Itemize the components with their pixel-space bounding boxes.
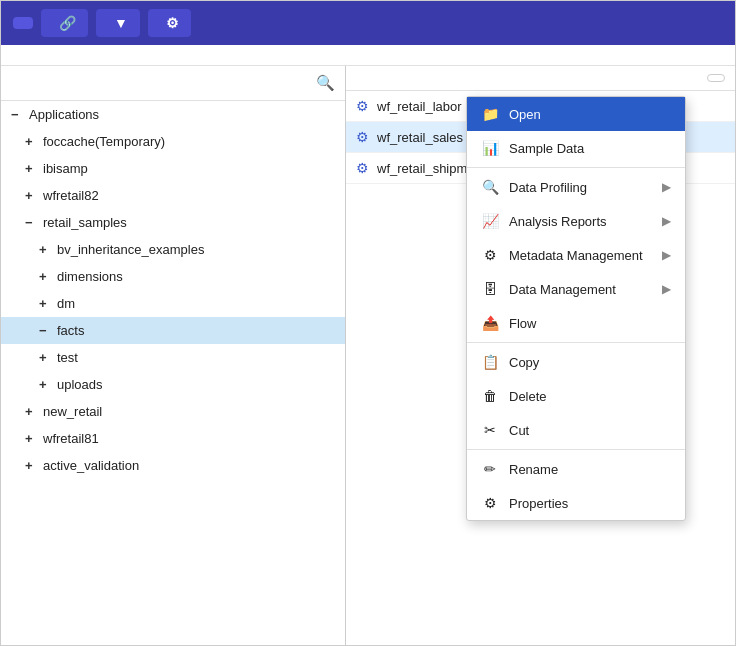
context-menu-item-flow[interactable]: 📤Flow <box>467 306 685 340</box>
context-menu-item-sample_data[interactable]: 📊Sample Data <box>467 131 685 165</box>
ctx-label: Sample Data <box>509 141 671 156</box>
breadcrumb <box>1 45 735 66</box>
ctx-label: Data Profiling <box>509 180 652 195</box>
tree-item-foccache[interactable]: +foccache(Temporary) <box>1 128 345 155</box>
tree-item-label: wfretail82 <box>43 188 99 203</box>
ctx-label: Open <box>509 107 671 122</box>
right-panel: ⚙wf_retail_labor⚙wf_retail_sales⚙wf_reta… <box>346 66 735 645</box>
analysis_reports-icon: 📈 <box>481 213 499 229</box>
data_profiling-icon: 🔍 <box>481 179 499 195</box>
context-menu-item-properties[interactable]: ⚙Properties <box>467 486 685 520</box>
content-area: 🔍 −Applications+foccache(Temporary)+ibis… <box>1 66 735 645</box>
submenu-arrow-icon: ▶ <box>662 282 671 296</box>
context-menu-item-rename[interactable]: ✏Rename <box>467 452 685 486</box>
data_management-icon: 🗄 <box>481 281 499 297</box>
tree-item-new_retail[interactable]: +new_retail <box>1 398 345 425</box>
toggle-icon: + <box>25 431 39 446</box>
tree-item-label: active_validation <box>43 458 139 473</box>
ctx-label: Delete <box>509 389 671 404</box>
sample_data-icon: 📊 <box>481 140 499 156</box>
toggle-icon: + <box>39 350 53 365</box>
context-menu-item-delete[interactable]: 🗑Delete <box>467 379 685 413</box>
file-icon: ⚙ <box>356 160 369 176</box>
search-bar: 🔍 <box>1 66 345 101</box>
ctx-label: Flow <box>509 316 671 331</box>
tree-item-label: retail_samples <box>43 215 127 230</box>
context-menu: 📁Open📊Sample Data🔍Data Profiling▶📈Analys… <box>466 96 686 521</box>
file-icon: ⚙ <box>356 98 369 114</box>
toggle-icon: − <box>25 215 39 230</box>
file-name: wf_retail_sales <box>377 130 463 145</box>
ctx-label: Analysis Reports <box>509 214 652 229</box>
tree-item-label: Applications <box>29 107 99 122</box>
more-options-button[interactable] <box>707 74 725 82</box>
tree-item-facts[interactable]: −facts <box>1 317 345 344</box>
file-icon: ⚙ <box>356 129 369 145</box>
delete-icon: 🗑 <box>481 388 499 404</box>
copy-icon: 📋 <box>481 354 499 370</box>
toggle-icon: + <box>39 242 53 257</box>
context-menu-divider <box>467 167 685 168</box>
tree-item-label: dimensions <box>57 269 123 284</box>
cut-icon: ✂ <box>481 422 499 438</box>
ctx-label: Properties <box>509 496 671 511</box>
add-button[interactable] <box>13 17 33 29</box>
tree-item-label: foccache(Temporary) <box>43 134 165 149</box>
context-menu-item-metadata_management[interactable]: ⚙Metadata Management▶ <box>467 238 685 272</box>
toggle-icon: + <box>39 296 53 311</box>
ctx-label: Metadata Management <box>509 248 652 263</box>
toggle-icon: − <box>11 107 25 122</box>
ctx-label: Rename <box>509 462 671 477</box>
toolbar: 🔗 ▼ ⚙ <box>1 1 735 45</box>
metadata_management-icon: ⚙ <box>481 247 499 263</box>
toggle-icon: + <box>25 161 39 176</box>
filter-icon: ▼ <box>114 15 128 31</box>
tree-item-label: test <box>57 350 78 365</box>
context-menu-item-cut[interactable]: ✂Cut <box>467 413 685 447</box>
tree-item-label: ibisamp <box>43 161 88 176</box>
flow-icon: 📤 <box>481 315 499 331</box>
search-input[interactable] <box>11 76 310 91</box>
main-container: 🔗 ▼ ⚙ 🔍 −Applications+foccache(Temporar <box>0 0 736 646</box>
tree-item-label: new_retail <box>43 404 102 419</box>
tree-item-ibisamp[interactable]: +ibisamp <box>1 155 345 182</box>
tree-item-wfretail82[interactable]: +wfretail82 <box>1 182 345 209</box>
open-icon: 📁 <box>481 106 499 122</box>
rename-icon: ✏ <box>481 461 499 477</box>
get-data-button[interactable]: 🔗 <box>41 9 88 37</box>
tree-item-bv_inheritance[interactable]: +bv_inheritance_examples <box>1 236 345 263</box>
tree-item-label: bv_inheritance_examples <box>57 242 204 257</box>
submenu-arrow-icon: ▶ <box>662 180 671 194</box>
tree-item-dm[interactable]: +dm <box>1 290 345 317</box>
context-menu-divider <box>467 449 685 450</box>
tree-item-test[interactable]: +test <box>1 344 345 371</box>
toggle-icon: + <box>39 269 53 284</box>
context-menu-divider <box>467 342 685 343</box>
context-menu-item-copy[interactable]: 📋Copy <box>467 345 685 379</box>
tree-item-active_validation[interactable]: +active_validation <box>1 452 345 479</box>
context-menu-item-data_management[interactable]: 🗄Data Management▶ <box>467 272 685 306</box>
tree-item-retail_samples[interactable]: −retail_samples <box>1 209 345 236</box>
tree-item-label: facts <box>57 323 84 338</box>
ctx-label: Data Management <box>509 282 652 297</box>
tree-item-uploads[interactable]: +uploads <box>1 371 345 398</box>
manage-button[interactable]: ⚙ <box>148 9 191 37</box>
submenu-arrow-icon: ▶ <box>662 248 671 262</box>
tree-item-label: uploads <box>57 377 103 392</box>
tree-area: −Applications+foccache(Temporary)+ibisam… <box>1 101 345 645</box>
context-menu-item-open[interactable]: 📁Open <box>467 97 685 131</box>
toggle-icon: + <box>25 404 39 419</box>
file-name: wf_retail_labor <box>377 99 462 114</box>
context-menu-item-analysis_reports[interactable]: 📈Analysis Reports▶ <box>467 204 685 238</box>
toggle-icon: − <box>39 323 53 338</box>
tree-item-wfretail81[interactable]: +wfretail81 <box>1 425 345 452</box>
toggle-icon: + <box>25 458 39 473</box>
search-icon[interactable]: 🔍 <box>316 74 335 92</box>
tree-item-label: dm <box>57 296 75 311</box>
left-panel: 🔍 −Applications+foccache(Temporary)+ibis… <box>1 66 346 645</box>
filter-button[interactable]: ▼ <box>96 9 140 37</box>
tree-item-dimensions[interactable]: +dimensions <box>1 263 345 290</box>
tree-item-applications[interactable]: −Applications <box>1 101 345 128</box>
tree-item-label: wfretail81 <box>43 431 99 446</box>
context-menu-item-data_profiling[interactable]: 🔍Data Profiling▶ <box>467 170 685 204</box>
